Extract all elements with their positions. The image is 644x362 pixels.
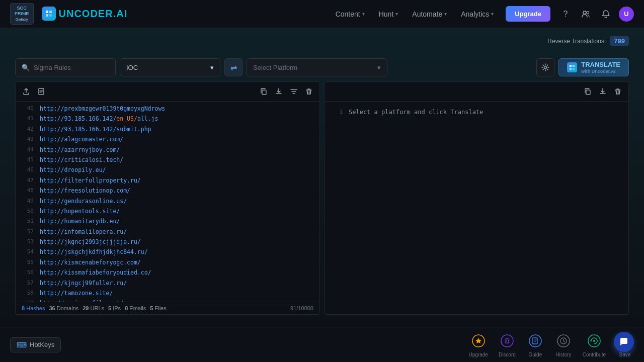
file-icon[interactable]	[35, 85, 48, 98]
copy-icon[interactable]	[257, 85, 270, 98]
line-content: http://azarrnyjboy.com/	[40, 145, 120, 154]
line-content: http://93.185.166.142/en_US/all.js	[40, 114, 158, 123]
trash-icon[interactable]	[302, 85, 315, 98]
line-content: http://humanitarydb.eu/	[40, 217, 120, 226]
line-number: 51	[20, 217, 34, 226]
guide-icon	[526, 332, 544, 350]
table-row: 43http://alagcomaster.com/	[16, 134, 319, 144]
svg-point-5	[587, 11, 589, 14]
chevron-down-icon: ▾	[444, 11, 447, 17]
users-icon[interactable]	[579, 7, 593, 21]
ips-filter[interactable]: 5 IPs	[108, 305, 121, 311]
toolbar-row: 🔍 IOC ▾ ⇌ Select Platform ▾	[15, 58, 629, 76]
table-row: 55http://kismcenabeforyogc.com/	[16, 257, 319, 267]
table-row: 54http://jskgchjkdfhjdkjhc844.ru/	[16, 247, 319, 257]
line-number: 47	[20, 176, 34, 185]
main-content: Reverse Translations: 799 🔍 IOC ▾ ⇌ Sele…	[0, 28, 644, 327]
filter-icon[interactable]	[287, 85, 300, 98]
guide-action[interactable]: Guide	[526, 332, 544, 357]
table-row: 58http://tamozone.site/	[16, 288, 319, 298]
header-icons: ? U	[558, 7, 634, 22]
table-row: 47http://filterfullproperty.ru/	[16, 175, 319, 186]
chevron-down-icon: ▾	[210, 64, 214, 71]
svg-rect-13	[586, 90, 590, 95]
svg-point-22	[593, 340, 595, 342]
trash-icon-right[interactable]	[611, 85, 624, 98]
line-content: http://tamozone.site/	[40, 289, 113, 298]
header-nav: Content ▾ Hunt ▾ Automate ▾ Analytics ▾ …	[330, 6, 634, 22]
line-content: http://jskgchjkdfhjdkjhc844.ru/	[40, 247, 148, 256]
swap-button[interactable]: ⇌	[224, 58, 243, 76]
download-icon[interactable]	[272, 85, 285, 98]
svg-rect-1	[49, 11, 52, 13]
right-editor-panel: 1 Select a platform and click Translate	[324, 81, 629, 315]
nav-content[interactable]: Content ▾	[330, 7, 371, 21]
urls-filter[interactable]: 29 URLs	[83, 305, 104, 311]
chat-bubble[interactable]	[614, 332, 634, 352]
hashes-filter[interactable]: 8 Hashes	[22, 305, 45, 311]
nav-automate[interactable]: Automate ▾	[406, 7, 453, 21]
ioc-dropdown[interactable]: IOC ▾	[120, 58, 220, 76]
help-icon[interactable]: ?	[558, 7, 573, 21]
line-number: 58	[20, 289, 34, 298]
table-row: 48http://freesolutionop.com/	[16, 186, 319, 196]
rt-count-badge: 799	[610, 36, 629, 46]
svg-rect-8	[573, 65, 575, 67]
table-row: 46http://droopily.eu/	[16, 165, 319, 175]
line-number: 49	[20, 197, 34, 206]
logo[interactable]: UNCODER.AI	[42, 7, 128, 21]
line-content: http://freesolutionop.com/	[40, 186, 130, 195]
svg-rect-3	[49, 14, 52, 17]
svg-point-16	[505, 340, 507, 342]
right-editor-content: 1 Select a platform and click Translate	[325, 102, 628, 314]
table-row: 44http://azarrnyjboy.com/	[16, 145, 319, 155]
line-content: http://criticalosi.tech/	[40, 155, 123, 164]
settings-button[interactable]	[536, 58, 554, 76]
upgrade-button[interactable]: Upgrade	[506, 6, 550, 22]
chevron-down-icon: ▾	[395, 11, 398, 17]
line-content: http://infomalilopera.ru/	[40, 227, 127, 236]
line-number: 52	[20, 227, 34, 236]
left-editor-content[interactable]: 40http://prexbmzgewr0139t0gmoyxgNdrows41…	[16, 102, 319, 302]
line-number: 54	[20, 247, 34, 256]
line-number: 50	[20, 207, 34, 216]
line-number: 48	[20, 186, 34, 195]
line-number: 42	[20, 125, 34, 134]
platform-dropdown[interactable]: Select Platform ▾	[247, 58, 387, 76]
domains-filter[interactable]: 36 Domains	[49, 305, 78, 311]
char-count: 91/10000	[290, 305, 313, 311]
svg-rect-2	[46, 14, 48, 17]
left-editor-panel: 40http://prexbmzgewr0139t0gmoyxgNdrows41…	[15, 81, 320, 315]
download-icon-right[interactable]	[596, 85, 609, 98]
nav-analytics[interactable]: Analytics ▾	[455, 7, 500, 21]
chevron-down-icon: ▾	[377, 64, 381, 71]
search-input[interactable]	[34, 64, 109, 71]
svg-point-4	[583, 11, 586, 14]
table-row: 51http://humanitarydb.eu/	[16, 216, 319, 226]
upgrade-icon	[469, 332, 488, 350]
user-avatar[interactable]: U	[619, 7, 634, 22]
translate-button[interactable]: TRANSLATE with Uncoder.AI	[558, 58, 629, 76]
table-row: 59http://maximprofile.net/	[16, 298, 319, 302]
upgrade-action[interactable]: Upgrade	[469, 332, 488, 357]
discord-icon	[498, 332, 516, 350]
hotkeys-button[interactable]: ⌨ HotKeys	[10, 337, 61, 352]
line-content: http://droopily.eu/	[40, 165, 106, 174]
history-action[interactable]: History	[554, 332, 573, 357]
upload-icon[interactable]	[20, 85, 33, 98]
table-row: 49http://gendurasonline.us/	[16, 196, 319, 206]
search-icon: 🔍	[22, 64, 30, 71]
contribute-action[interactable]: Contribute	[583, 332, 606, 357]
search-box[interactable]: 🔍	[15, 58, 116, 76]
soc-prime-badge: SOCPRIMEGalaxy	[10, 3, 34, 24]
copy-icon-right[interactable]	[581, 85, 594, 98]
emails-filter[interactable]: 8 Emails	[125, 305, 146, 311]
files-filter[interactable]: 5 Files	[150, 305, 166, 311]
translate-icon	[567, 62, 577, 72]
nav-hunt[interactable]: Hunt ▾	[373, 7, 405, 21]
placeholder-line: 1 Select a platform and click Translate	[325, 104, 628, 121]
discord-action[interactable]: Discord	[498, 332, 516, 357]
line-content: http://hopentools.site/	[40, 207, 120, 216]
line-number: 46	[20, 165, 34, 174]
bell-icon[interactable]	[599, 7, 613, 21]
